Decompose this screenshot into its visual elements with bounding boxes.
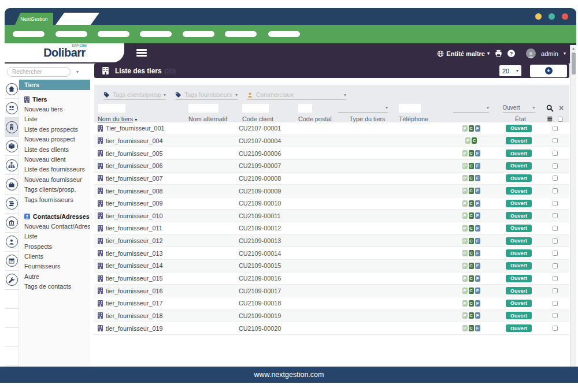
table-row[interactable]: tier_fournisseur_013 CU2109-00014 PCF Ou… <box>94 247 569 260</box>
sidebar-item-commerce[interactable] <box>5 175 18 194</box>
table-row[interactable]: tier_fournisseur_012 CU2109-00013 PCF Ou… <box>94 235 569 248</box>
select-all-checkbox[interactable] <box>558 117 563 122</box>
add-thirdparty-button[interactable]: + <box>530 65 567 77</box>
table-row[interactable]: Tier_fournisseur_001 CU2107-00001 PCF Ou… <box>94 122 569 135</box>
row-checkbox[interactable] <box>553 126 558 131</box>
sidebar-menu-item[interactable]: Tags clients/prosp. <box>19 185 90 195</box>
row-checkbox[interactable] <box>553 213 558 218</box>
table-row[interactable]: tier_fournisseur_015 CU2109-00016 PCF Ou… <box>94 272 569 285</box>
sidebar-item-thirdparties[interactable] <box>5 118 18 137</box>
table-row[interactable]: tier_fournisseur_016 CU2109-00017 PCF Ou… <box>94 285 569 297</box>
sidebar-item-agenda[interactable] <box>5 252 18 271</box>
tags-clients-filter[interactable]: Tags clients/prosp ▾ <box>103 91 166 100</box>
thirdparty-name-link[interactable]: tier_fournisseur_019 <box>106 325 162 332</box>
sidebar-item-tools[interactable] <box>5 271 18 290</box>
thirdparty-name-link[interactable]: tier_fournisseur_013 <box>106 250 162 257</box>
row-checkbox[interactable] <box>553 226 558 231</box>
filter-code-postal[interactable] <box>298 104 312 113</box>
filter-type-du-tiers[interactable]: ▾ <box>338 104 388 113</box>
table-row[interactable]: tier_fournisseur_009 CU2109-00010 PCF Ou… <box>94 197 569 210</box>
thirdparty-name-link[interactable]: tier_fournisseur_006 <box>106 162 162 169</box>
menu-section-contacts[interactable]: Contacts/Adresses <box>19 211 90 222</box>
sidebar-menu-item[interactable]: Liste des clients <box>19 145 90 155</box>
sidebar-menu-item[interactable]: Autre <box>19 272 90 282</box>
search-scope-dropdown[interactable]: ▾ <box>76 69 79 74</box>
sidebar-menu-item[interactable]: Nouveau fournisseur <box>19 175 90 185</box>
sidebar-menu-item[interactable]: Prospects <box>19 242 90 252</box>
filter-code-client[interactable] <box>242 104 269 113</box>
filter-nom-alternatif[interactable] <box>188 104 218 113</box>
column-header-telephone[interactable]: Téléphone <box>393 115 445 122</box>
sidebar-menu-item[interactable]: Fournisseurs <box>19 262 90 271</box>
thirdparty-name-link[interactable]: Tier_fournisseur_001 <box>106 125 165 132</box>
table-row[interactable]: tier_fournisseur_005 CU2109-00006 PCF Ou… <box>94 147 569 160</box>
thirdparty-name-link[interactable]: tier_fournisseur_018 <box>106 312 162 319</box>
entity-selector[interactable]: Entité maître ▾ <box>437 50 490 57</box>
thirdparty-name-link[interactable]: tier_fournisseur_007 <box>106 175 162 182</box>
search-icon[interactable] <box>546 104 554 112</box>
row-checkbox[interactable] <box>553 301 558 306</box>
thirdparty-name-link[interactable]: tier_fournisseur_017 <box>106 300 162 307</box>
scroll-up-arrow[interactable]: ▲ <box>570 45 576 52</box>
help-icon[interactable]: ? <box>507 50 515 57</box>
column-header-nom-alternatif[interactable]: Nom alternatif <box>185 115 239 122</box>
sidebar-item-members[interactable] <box>5 233 18 252</box>
search-input[interactable] <box>7 67 71 77</box>
scrollbar-thumb[interactable] <box>572 53 576 74</box>
column-header-etat[interactable]: État <box>497 115 540 122</box>
thirdparty-name-link[interactable]: tier_fournisseur_014 <box>106 262 162 269</box>
sidebar-menu-item[interactable]: Nouveau tiers <box>19 104 90 114</box>
maximize-light[interactable] <box>549 13 555 20</box>
sidebar-menu-item[interactable]: Tags fournisseurs <box>19 195 90 205</box>
printer-icon[interactable] <box>495 50 502 57</box>
table-row[interactable]: tier_fournisseur_014 CU2109-00015 PCF Ou… <box>94 260 569 272</box>
row-checkbox[interactable] <box>553 201 558 206</box>
sidebar-menu-item[interactable]: Nouveau client <box>19 155 90 165</box>
sidebar-menu-item[interactable]: Nouveau prospect <box>19 135 90 144</box>
avatar[interactable] <box>526 48 536 58</box>
sidebar-item-projects[interactable] <box>5 156 18 175</box>
column-header-nom[interactable]: Nom du tiers <box>98 115 133 122</box>
row-checkbox[interactable] <box>553 326 558 331</box>
column-header-code-postal[interactable]: Code postal <box>295 115 338 122</box>
filter-nom-du-tiers[interactable] <box>98 104 125 113</box>
table-row[interactable]: tier_fournisseur_019 CU2109-00020 PCF Ou… <box>94 322 569 335</box>
column-header-code-client[interactable]: Code client <box>239 115 295 122</box>
filter-telephone[interactable] <box>399 104 421 113</box>
scrollbar[interactable]: ▲ <box>570 45 576 367</box>
row-checkbox[interactable] <box>553 263 558 268</box>
table-row[interactable]: tier_fournisseur_008 CU2109-00009 PCF Ou… <box>94 185 569 197</box>
thirdparty-name-link[interactable]: tier_fournisseur_010 <box>106 212 162 219</box>
table-row[interactable]: tier_fournisseur_018 CU2109-00019 PCF Ou… <box>94 310 569 323</box>
thirdparty-name-link[interactable]: tier_fournisseur_012 <box>106 237 162 244</box>
sidebar-menu-item[interactable]: Tags de contacts <box>19 282 90 292</box>
sidebar-item-billing[interactable] <box>5 195 18 214</box>
row-checkbox[interactable] <box>553 151 558 156</box>
sidebar-item-home[interactable] <box>5 80 18 99</box>
table-row[interactable]: tier_fournisseur_011 CU2109-00012 PCF Ou… <box>94 222 569 235</box>
table-row[interactable]: tier_fournisseur_007 CU2109-00008 PCF Ou… <box>94 173 569 185</box>
column-header-type[interactable]: Type du tiers <box>338 115 393 122</box>
filter-etat[interactable]: Ouvert▾ <box>503 104 535 113</box>
hamburger-menu-icon[interactable] <box>136 49 147 58</box>
thirdparty-name-link[interactable]: tier_fournisseur_008 <box>106 188 162 195</box>
sidebar-menu-item[interactable]: Liste <box>19 232 90 241</box>
sidebar-item-users[interactable] <box>5 99 18 118</box>
thirdparty-name-link[interactable]: tier_fournisseur_005 <box>106 150 162 157</box>
thirdparty-name-link[interactable]: tier_fournisseur_015 <box>106 275 162 282</box>
sidebar-menu-item[interactable]: Liste des fournisseurs <box>19 165 90 174</box>
sidebar-menu-item[interactable]: Liste des prospects <box>19 125 90 135</box>
thirdparty-name-link[interactable]: tier_fournisseur_004 <box>106 137 162 144</box>
thirdparty-name-link[interactable]: tier_fournisseur_011 <box>106 225 162 232</box>
sidebar-item-bank[interactable] <box>5 214 18 233</box>
filter-extra[interactable]: ▾ <box>453 104 489 113</box>
row-checkbox[interactable] <box>553 238 558 244</box>
column-selector-icon[interactable]: ≣ <box>547 115 553 123</box>
commerciaux-filter[interactable]: Commerciaux ▾ <box>247 91 346 100</box>
sidebar-menu-item[interactable]: Nouveau Contact/Adresse <box>19 222 90 232</box>
close-light[interactable] <box>562 13 568 20</box>
row-checkbox[interactable] <box>553 313 558 318</box>
sidebar-menu-item[interactable]: Clients <box>19 252 90 262</box>
user-label[interactable]: admin <box>541 50 558 57</box>
thirdparty-name-link[interactable]: tier_fournisseur_016 <box>106 288 162 294</box>
